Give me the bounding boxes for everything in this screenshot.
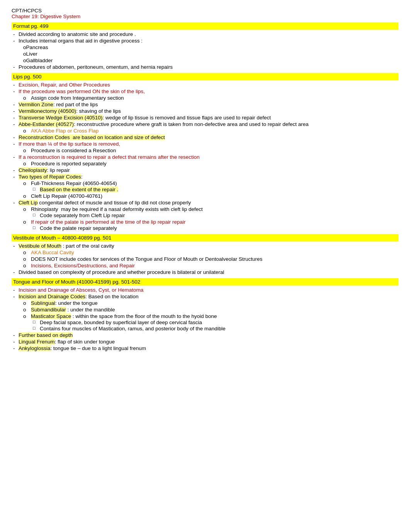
highlight: Reconstruction Codes are based on locati… bbox=[19, 134, 165, 140]
highlight: Abbe-Estlander (40527) bbox=[19, 121, 74, 127]
list-item: □Code the palate repair separately bbox=[33, 225, 398, 231]
list-item: - Divided based on complexity of procedu… bbox=[12, 269, 398, 275]
sub-sub-list: □Code separately from Cleft Lip repair bbox=[33, 212, 398, 218]
o-bullet: o bbox=[23, 206, 31, 212]
item-text: Liver bbox=[26, 51, 37, 57]
item-text: Incisions, Excisions/Destructions, and R… bbox=[31, 263, 135, 269]
highlight: Incision and Drainage Codes bbox=[19, 294, 85, 299]
sq-bullet: □ bbox=[33, 225, 40, 231]
section-format-header: Format pg. 499 bbox=[12, 22, 398, 30]
item-text: If repair of the palate is performed at … bbox=[31, 219, 186, 225]
list-item: oPancreas bbox=[23, 44, 398, 50]
item-text: Cheiloplasty: lip repair bbox=[19, 167, 398, 173]
item-text: Incision and Drainage of Abscess, Cyst, … bbox=[19, 287, 398, 293]
sub-list: oFull-Thickness Repair (40650-40654) □Ba… bbox=[23, 180, 398, 199]
o-bullet: o bbox=[23, 95, 31, 101]
item-text: Divided according to anatomic site and p… bbox=[19, 31, 398, 37]
list-item: - Transverse Wedge Excision (40510): wed… bbox=[12, 115, 398, 121]
item-text: Based on the extent of the repair . bbox=[40, 187, 118, 192]
highlight: Two types of Repair Codes bbox=[19, 174, 81, 180]
list-item: - Vermilionectomy (40500): shaving of th… bbox=[12, 108, 398, 114]
item-text: Divided based on complexity of procedure… bbox=[19, 269, 398, 275]
item-text: Code separately from Cleft Lip repair bbox=[40, 212, 125, 218]
o-bullet: o bbox=[23, 58, 26, 63]
item-text: Gallbladder bbox=[26, 58, 53, 63]
list-item: oSublingual: under the tongue bbox=[23, 300, 398, 306]
list-item: oAssign code from Integumentary section bbox=[23, 95, 398, 101]
list-item: □Code separately from Cleft Lip repair bbox=[33, 212, 398, 218]
list-item: - Reconstruction Codes are based on loca… bbox=[12, 134, 398, 140]
item-text: Transverse Wedge Excision (40510): wedge… bbox=[19, 115, 398, 121]
o-bullet: o bbox=[23, 44, 26, 50]
sub-list: oSublingual: under the tongue oSubmandib… bbox=[23, 300, 398, 331]
list-item: oSubmandibular : under the mandible bbox=[23, 307, 398, 313]
list-item: oIf repair of the palate is performed at… bbox=[23, 219, 398, 231]
item-text: Full-Thickness Repair (40650-40654) bbox=[31, 180, 117, 186]
list-item: oRhinoplasty may be required if a nasal … bbox=[23, 206, 398, 218]
o-bullet: o bbox=[23, 128, 31, 134]
sub-list: oAssign code from Integumentary section bbox=[23, 95, 398, 101]
item-text: Incision and Drainage Codes: Based on th… bbox=[19, 294, 398, 299]
item-text: Procedure is reported separately bbox=[31, 161, 107, 167]
item-text: Submandibular : under the mandible bbox=[31, 307, 115, 313]
sq-bullet: □ bbox=[33, 326, 40, 331]
header-line2: Chapter 19: Digestive System bbox=[12, 14, 398, 19]
o-bullet: o bbox=[23, 51, 26, 57]
list-item: - If the procedure was performed ON the … bbox=[12, 88, 398, 94]
item-text: Ankyloglossia: tongue tie – due to a lig… bbox=[19, 345, 398, 351]
list-item: - Excision, Repair, and Other Procedures bbox=[12, 82, 398, 88]
o-bullet: o bbox=[23, 161, 31, 167]
highlight: Sublingual bbox=[31, 300, 55, 306]
dash: - bbox=[12, 31, 19, 37]
list-item: - If a reconstruction is required to rep… bbox=[12, 154, 398, 160]
dash: - bbox=[12, 82, 19, 88]
list-item: □Contains four muscles of Mastication, r… bbox=[33, 326, 398, 331]
list-item: - Lingual Frenum: flap of skin under ton… bbox=[12, 339, 398, 345]
list-item: - Incision and Drainage of Abscess, Cyst… bbox=[12, 287, 398, 293]
item-text: Vermilion Zone: red part of the lips bbox=[19, 102, 398, 107]
list-item: - Ankyloglossia: tongue tie – due to a l… bbox=[12, 345, 398, 351]
item-text: Assign code from Integumentary section bbox=[31, 95, 124, 101]
item-text: Further based on depth bbox=[19, 332, 398, 338]
list-item: - Vestibule of Mouth : part of the oral … bbox=[12, 243, 398, 249]
o-bullet: o bbox=[23, 256, 31, 262]
sub-sub-list: □Based on the extent of the repair . bbox=[33, 187, 398, 192]
o-bullet: o bbox=[23, 193, 31, 199]
item-text: Pancreas bbox=[26, 44, 48, 50]
highlight: Ankyloglossia bbox=[19, 345, 51, 351]
list-item: oProcedure is considered a Resection bbox=[23, 148, 398, 153]
item-text: Deep facial space, bounded by superficia… bbox=[40, 320, 202, 325]
dash: - bbox=[12, 174, 19, 180]
page-content: CPT/HCPCS Chapter 19: Digestive System F… bbox=[12, 8, 398, 351]
dash: - bbox=[12, 121, 19, 127]
highlight: Cheiloplasty bbox=[19, 167, 47, 173]
sub-list: oProcedure is considered a Resection bbox=[23, 148, 398, 153]
item-text: Two types of Repair Codes: bbox=[19, 174, 398, 180]
list-item: oDOES NOT include codes for services of … bbox=[23, 256, 398, 262]
highlight: Further based on depth bbox=[19, 332, 73, 338]
o-bullet: o bbox=[23, 313, 31, 319]
sq-bullet: □ bbox=[33, 187, 40, 192]
item-text: Includes internal organs that aid in dig… bbox=[19, 38, 398, 44]
list-item: oProcedure is reported separately bbox=[23, 161, 398, 167]
list-item: oMasticator Space : within the space fro… bbox=[23, 313, 398, 331]
highlight: Masticator Space bbox=[31, 313, 71, 319]
o-bullet: o bbox=[23, 148, 31, 153]
o-bullet: o bbox=[23, 180, 31, 186]
sq-bullet: □ bbox=[33, 320, 40, 325]
dash: - bbox=[12, 345, 19, 351]
header-line1: CPT/HCPCS bbox=[12, 8, 398, 14]
dash: - bbox=[12, 339, 19, 345]
highlight: Transverse Wedge Excision (40510) bbox=[19, 115, 103, 121]
highlight: Lingual Frenum bbox=[19, 339, 55, 345]
item-text: Excision, Repair, and Other Procedures bbox=[19, 82, 398, 88]
list-item: oIncisions, Excisions/Destructions, and … bbox=[23, 263, 398, 269]
item-text: Vestibule of Mouth : part of the oral ca… bbox=[19, 243, 398, 249]
highlight: Vermilion Zone bbox=[19, 102, 53, 107]
item-text: Rhinoplasty may be required if a nasal d… bbox=[31, 206, 203, 212]
item-text: AKA Abbe Flap or Cross Flap bbox=[31, 128, 99, 134]
highlight: Cleft Lip bbox=[19, 200, 38, 206]
sub-list: oProcedure is reported separately bbox=[23, 161, 398, 167]
list-item: oFull-Thickness Repair (40650-40654) □Ba… bbox=[23, 180, 398, 192]
highlight: Vermilionectomy (40500) bbox=[19, 108, 76, 114]
